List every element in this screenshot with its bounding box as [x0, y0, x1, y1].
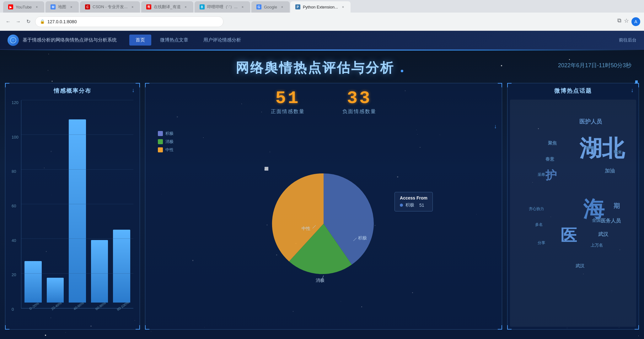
tab-favicon: ▶ [8, 4, 13, 9]
tab-close-button[interactable]: × [341, 4, 346, 9]
chart-bar [91, 240, 108, 303]
middle-download-icon[interactable]: ↓ [494, 123, 497, 130]
word-cloud-word[interactable]: 采希 [538, 172, 545, 178]
chart-bar [24, 261, 42, 303]
nav-link-item[interactable]: 微博热点文章 [154, 35, 195, 46]
y-axis-label: 60 [12, 204, 19, 208]
word-cloud-word[interactable]: 武汉 [598, 231, 608, 238]
y-axis-label: 100 [12, 135, 19, 139]
word-cloud-word[interactable]: 武汉 [576, 263, 584, 269]
negative-stat: 33 负面情感数量 [342, 90, 376, 115]
tooltip-dot [400, 204, 403, 207]
tab-label: YouTube [16, 5, 32, 9]
pie-chart-svg: 中性 积极 消极 [258, 161, 389, 287]
word-cloud-word[interactable]: 聚焦 [548, 140, 557, 146]
page-main-title: 网络舆情热点评估与分析 [236, 60, 394, 75]
profile-icon[interactable]: A [631, 17, 640, 26]
middle-panel: 51 正面情感数量 33 负面情感数量 积极消极中性 [145, 83, 502, 330]
word-cloud-word[interactable]: 医护人员 [579, 118, 602, 125]
left-panel-download-icon[interactable]: ↓ [132, 87, 135, 94]
word-cloud-word[interactable]: 分享 [538, 240, 545, 246]
legend-color-dot [158, 147, 163, 152]
svg-text:积极: 积极 [358, 235, 367, 240]
tab-close-button[interactable]: × [183, 4, 188, 9]
lock-icon: 🔒 [40, 19, 45, 24]
word-cloud-word[interactable]: 医 [561, 225, 577, 247]
browser-tab[interactable]: M地图× [46, 1, 79, 13]
chart-bars-container: 0~20%20-40%40-60%60-80%80-100% [21, 100, 133, 309]
browser-tab[interactable]: B哔哩哔哩（'·'）...× [195, 1, 250, 13]
tab-close-button[interactable]: × [34, 4, 39, 9]
forward-button[interactable]: → [14, 17, 23, 26]
tab-label: 哔哩哔哩（'·'）... [207, 4, 238, 10]
mouse-cursor [265, 167, 268, 171]
url-text: 127.0.0.1:8080 [47, 19, 77, 24]
legend-label: 消极 [165, 139, 174, 145]
browser-tab[interactable]: GGoogle× [251, 1, 290, 13]
dashboard-grid: 情感概率分布 ↓ 120100806040200 0~20%20-40%40-6… [0, 83, 644, 335]
app-title: 基于情感分析的网络舆情热点评估与分析系统 [23, 37, 117, 43]
word-cloud-word[interactable]: 加油 [605, 168, 615, 174]
left-panel: 情感概率分布 ↓ 120100806040200 0~20%20-40%40-6… [5, 83, 140, 330]
legend-color-dot [158, 139, 163, 144]
word-cloud-word[interactable]: 春意 [545, 156, 554, 162]
tab-close-button[interactable]: × [69, 4, 74, 9]
word-cloud-word[interactable]: 多名 [535, 222, 543, 227]
nav-right-link[interactable]: 前往后台 [619, 37, 636, 43]
bar-group: 80-100% [113, 100, 130, 308]
bar-group: 60-80% [91, 100, 108, 308]
back-button[interactable]: ← [4, 17, 13, 26]
right-panel: 微博热点话题 ↓ 湖北海医护医护人员聚焦春意采希武汉期全国齐心协力多名分享加油医… [507, 83, 639, 330]
browser-tab[interactable]: PPython Extension...× [290, 1, 351, 13]
word-cloud-word[interactable]: 全国 [592, 218, 601, 223]
legend-item: 消极 [158, 139, 174, 145]
bar-group: 40-60% [69, 100, 86, 308]
browser-tab[interactable]: ▶YouTube× [3, 1, 44, 13]
word-cloud-word[interactable]: 期 [614, 202, 620, 210]
nav-link-item[interactable]: 首页 [129, 35, 151, 46]
tab-close-button[interactable]: × [130, 4, 135, 9]
word-cloud-container: 湖北海医护医护人员聚焦春意采希武汉期全国齐心协力多名分享加油医务人员鄂来上万名地… [510, 100, 636, 327]
bar-label: 0~20% [29, 301, 40, 311]
svg-text:消极: 消极 [316, 278, 325, 283]
page-header: 网络舆情热点评估与分析 2022年6月17日-11时50分3秒 [0, 50, 644, 83]
positive-stat: 51 正面情感数量 [271, 90, 305, 115]
corner-tr [136, 83, 140, 87]
negative-count: 33 [342, 90, 376, 107]
tab-favicon: G [256, 4, 261, 9]
tab-favicon: C [85, 4, 90, 9]
main-content: 网络舆情热点评估与分析 2022年6月17日-11时50分3秒 情感概率分布 ↓… [0, 50, 644, 339]
word-cloud-word[interactable]: 鄂来 [614, 150, 622, 155]
tab-close-button[interactable]: × [240, 4, 245, 9]
address-bar[interactable]: 🔒 127.0.0.1:8080 [35, 16, 223, 27]
word-cloud-word[interactable]: 护 [545, 168, 557, 183]
corner-tl [5, 83, 9, 87]
logo-icon [8, 35, 19, 46]
browser-tab[interactable]: CCSDN - 专业开发...× [80, 1, 140, 13]
stats-row: 51 正面情感数量 33 负面情感数量 [145, 83, 502, 118]
tab-label: 在线翻译_有道 [154, 4, 180, 10]
app-navigation: 基于情感分析的网络舆情热点评估与分析系统 首页微博热点文章用户评论情感分析 前往… [0, 31, 644, 50]
chart-bar [69, 119, 86, 303]
y-axis-label: 120 [12, 100, 19, 105]
browser-tabs-bar: ▶YouTube×M地图×CCSDN - 专业开发...×有在线翻译_有道×B哔… [0, 0, 644, 13]
extensions-icon[interactable]: ⧉ [617, 17, 621, 26]
right-panel-download-icon[interactable]: ↓ [631, 87, 634, 94]
star-decoration [638, 336, 639, 336]
tooltip-label: 积极 [405, 202, 414, 208]
word-cloud-word[interactable]: 上万名 [591, 243, 603, 248]
nav-link-item[interactable]: 用户评论情感分析 [197, 35, 247, 46]
browser-tab[interactable]: 有在线翻译_有道× [141, 1, 193, 13]
chart-y-labels: 120100806040200 [12, 100, 19, 312]
svg-text:中性: 中性 [302, 226, 310, 231]
tab-close-button[interactable]: × [280, 4, 285, 9]
corner-tl-mid [145, 83, 149, 87]
legend-item: 中性 [158, 147, 174, 153]
positive-count: 51 [271, 90, 305, 107]
word-cloud-word[interactable]: 地域 [586, 145, 594, 151]
corner-tr-right [635, 83, 639, 87]
bookmark-icon[interactable]: ☆ [624, 17, 629, 26]
word-cloud-word[interactable]: 医务人员 [601, 218, 621, 224]
refresh-button[interactable]: ↻ [24, 17, 33, 26]
word-cloud-word[interactable]: 齐心协力 [529, 206, 544, 212]
